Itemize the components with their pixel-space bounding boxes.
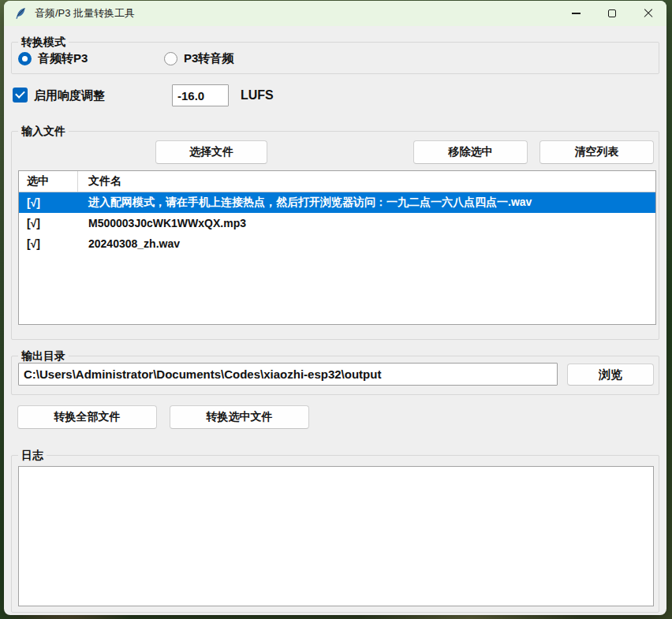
column-header-checked[interactable]: 选中 — [19, 171, 78, 192]
loudness-checkbox-label: 启用响度调整 — [34, 88, 105, 103]
column-header-filename[interactable]: 文件名 — [78, 171, 655, 192]
lufs-input[interactable] — [172, 84, 229, 106]
table-row[interactable]: [√] 进入配网模式，请在手机上连接热点，然后打开浏览器访问：一九二点一六八点四… — [19, 192, 655, 213]
app-window: 音频/P3 批量转换工具 转换模式 音频转P3 P3转音频 启用响度调整 LUF… — [4, 1, 666, 615]
browse-button[interactable]: 浏览 — [567, 364, 654, 386]
minimize-icon — [572, 13, 581, 13]
convert-selected-button[interactable]: 转换选中文件 — [170, 405, 309, 429]
log-group-label: 日志 — [18, 448, 47, 462]
maximize-button[interactable] — [594, 1, 630, 26]
loudness-checkbox[interactable] — [13, 88, 28, 103]
row-checkmark: [√] — [19, 233, 78, 254]
output-dir-groupbox: 输出目录 浏览 — [11, 356, 659, 395]
table-row[interactable]: [√] M500003J0cWK1WWxQX.mp3 — [19, 213, 655, 233]
radio-p3-to-audio-label: P3转音频 — [184, 51, 233, 66]
window-controls — [558, 1, 666, 26]
input-files-groupbox: 输入文件 选择文件 移除选中 清空列表 选中 文件名 [√] 进入配网模式，请在… — [11, 131, 659, 340]
close-icon — [644, 9, 653, 18]
input-files-group-label: 输入文件 — [18, 124, 69, 138]
row-checkmark: [√] — [19, 213, 78, 233]
lufs-unit-label: LUFS — [241, 88, 274, 103]
radio-unselected-icon — [164, 52, 177, 65]
convert-all-button[interactable]: 转换全部文件 — [17, 405, 157, 429]
radio-audio-to-p3-label: 音频转P3 — [38, 51, 88, 66]
remove-selected-button[interactable]: 移除选中 — [413, 140, 528, 164]
clear-list-button[interactable]: 清空列表 — [539, 140, 654, 164]
minimize-button[interactable] — [558, 1, 594, 26]
row-checkmark: [√] — [19, 192, 78, 213]
mode-groupbox: 转换模式 音频转P3 P3转音频 — [11, 42, 659, 74]
close-button[interactable] — [630, 1, 666, 26]
radio-audio-to-p3[interactable]: 音频转P3 — [18, 51, 88, 66]
window-title: 音频/P3 批量转换工具 — [35, 6, 135, 21]
python-feather-icon — [14, 7, 27, 20]
log-textarea[interactable] — [18, 466, 654, 606]
titlebar[interactable]: 音频/P3 批量转换工具 — [4, 1, 666, 26]
output-dir-group-label: 输出目录 — [18, 349, 69, 363]
maximize-icon — [608, 9, 616, 17]
select-files-button[interactable]: 选择文件 — [155, 140, 267, 164]
row-filename: M500003J0cWK1WWxQX.mp3 — [78, 213, 655, 233]
row-filename: 20240308_zh.wav — [78, 233, 655, 254]
file-table-header: 选中 文件名 — [19, 171, 655, 192]
table-row[interactable]: [√] 20240308_zh.wav — [19, 233, 655, 254]
row-filename: 进入配网模式，请在手机上连接热点，然后打开浏览器访问：一九二点一六八点四点一.w… — [78, 192, 655, 213]
mode-group-label: 转换模式 — [18, 35, 69, 49]
radio-selected-icon — [18, 52, 32, 65]
radio-p3-to-audio[interactable]: P3转音频 — [164, 51, 233, 66]
output-path-input[interactable] — [18, 363, 558, 386]
log-groupbox: 日志 — [11, 455, 659, 613]
file-list-table: 选中 文件名 [√] 进入配网模式，请在手机上连接热点，然后打开浏览器访问：一九… — [18, 170, 656, 325]
